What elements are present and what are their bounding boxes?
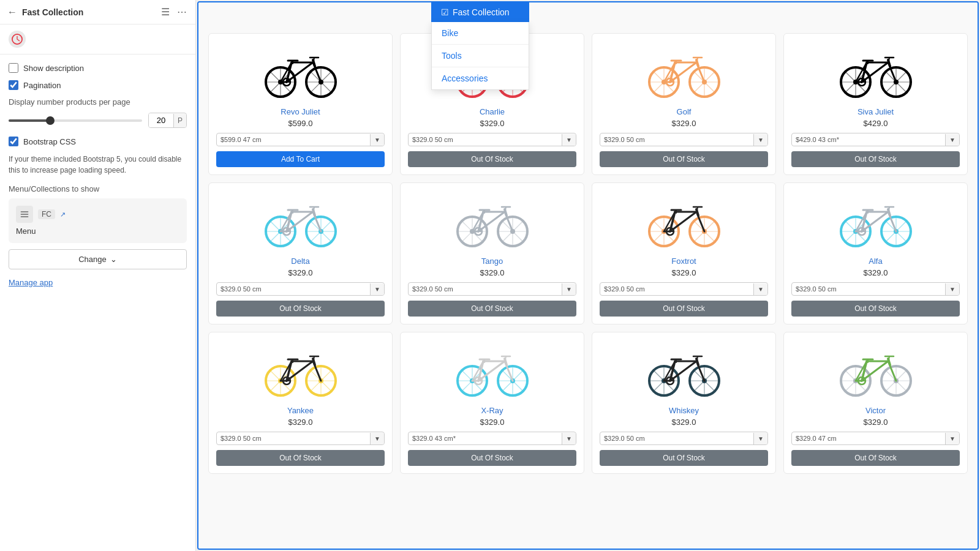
out-of-stock-button[interactable]: Out Of Stock (408, 151, 576, 167)
product-variant-select: $329.0 50 cm ▼ (600, 432, 768, 445)
product-name[interactable]: X-Ray (481, 406, 503, 415)
more-options-icon[interactable]: ⋯ (176, 5, 188, 19)
slider-thumb[interactable] (46, 116, 55, 125)
product-price: $329.0 (480, 119, 505, 128)
product-variant-select: $329.0 43 cm* ▼ (408, 432, 576, 445)
back-button[interactable]: ← (7, 7, 17, 18)
product-name[interactable]: Charlie (480, 107, 505, 116)
product-card: Delta $329.0 $329.0 50 cm ▼ Out Of Stock (208, 182, 393, 324)
variant-dropdown-arrow[interactable]: ▼ (370, 283, 384, 295)
out-of-stock-button[interactable]: Out Of Stock (408, 450, 576, 466)
bootstrap-info: If your theme included Bootstrap 5, you … (9, 154, 187, 176)
svg-line-174 (697, 207, 698, 211)
show-description-row: Show description (9, 63, 187, 73)
product-price: $329.0 (480, 268, 505, 277)
out-of-stock-button[interactable]: Out Of Stock (600, 301, 768, 317)
svg-rect-2 (21, 214, 29, 215)
product-price: $329.0 (288, 418, 313, 427)
product-card: Foxtrot $329.0 $329.0 50 cm ▼ Out Of Sto… (592, 182, 776, 324)
product-card: Yankee $329.0 $329.0 50 cm ▼ Out Of Stoc… (208, 332, 393, 474)
out-of-stock-button[interactable]: Out Of Stock (791, 151, 960, 167)
product-name[interactable]: Revo Juliet (281, 107, 320, 116)
variant-dropdown-arrow[interactable]: ▼ (945, 433, 959, 444)
product-grid: Revo Juliet $599.0 $599.0 47 cm ▼ Add To… (208, 33, 968, 474)
bootstrap-css-label[interactable]: Bootstrap CSS (23, 137, 76, 146)
bootstrap-css-checkbox[interactable] (9, 137, 18, 146)
product-name[interactable]: Alfa (869, 257, 882, 266)
external-link-icon[interactable]: ↗ (60, 211, 66, 219)
variant-dropdown-arrow[interactable]: ▼ (753, 283, 767, 295)
product-variant-select: $329.0 47 cm ▼ (791, 432, 960, 445)
out-of-stock-button[interactable]: Out Of Stock (600, 151, 768, 167)
show-description-checkbox[interactable] (9, 63, 18, 73)
product-variant-select: $329.0 50 cm ▼ (600, 282, 768, 296)
product-card: Siva Juliet $429.0 $429.0 43 cm* ▼ Out O… (783, 33, 968, 175)
nav-active-item[interactable]: ☑ Fast Collection (431, 2, 529, 22)
menu-card-row: FC ↗ (16, 206, 179, 223)
slider-fill (9, 119, 48, 122)
variant-dropdown-arrow[interactable]: ▼ (945, 283, 959, 295)
out-of-stock-button[interactable]: Out Of Stock (600, 450, 768, 466)
product-price: $429.0 (864, 119, 888, 128)
nav-item-bike[interactable]: Bike (432, 22, 529, 45)
product-name[interactable]: Victor (865, 406, 886, 415)
display-number-label: Display number products per page (9, 97, 187, 107)
out-of-stock-button[interactable]: Out Of Stock (216, 301, 385, 317)
variant-dropdown-arrow[interactable]: ▼ (370, 433, 384, 444)
variant-dropdown-arrow[interactable]: ▼ (562, 283, 576, 295)
brand-avatar (9, 31, 26, 48)
out-of-stock-button[interactable]: Out Of Stock (216, 450, 385, 466)
variant-dropdown-arrow[interactable]: ▼ (562, 433, 576, 444)
display-number-row: Display number products per page 20 P (9, 97, 187, 128)
product-variant-select: $429.0 43 cm* ▼ (791, 133, 960, 146)
svg-rect-3 (21, 216, 29, 217)
variant-dropdown-arrow[interactable]: ▼ (753, 134, 767, 146)
variant-dropdown-arrow[interactable]: ▼ (370, 134, 384, 146)
variant-value: $599.0 47 cm (217, 133, 370, 146)
product-name[interactable]: Yankee (287, 406, 314, 415)
menu-card-label: Menu (16, 227, 179, 236)
nav-dropdown: ☑ Fast Collection Bike Tools Accessories (431, 2, 529, 90)
out-of-stock-button[interactable]: Out Of Stock (791, 301, 960, 317)
product-image (833, 41, 919, 102)
nav-active-label: Fast Collection (453, 7, 510, 17)
menu-card: FC ↗ Menu (9, 198, 187, 243)
product-image (641, 190, 727, 252)
variant-dropdown-arrow[interactable]: ▼ (562, 134, 576, 146)
menu-tag: FC (38, 209, 55, 219)
add-to-cart-button[interactable]: Add To Cart (216, 151, 385, 167)
product-name[interactable]: Foxtrot (671, 257, 696, 266)
product-image (450, 340, 535, 401)
out-of-stock-button[interactable]: Out Of Stock (791, 450, 960, 466)
nav-item-tools[interactable]: Tools (432, 45, 529, 67)
show-description-label[interactable]: Show description (23, 64, 84, 73)
product-variant-select: $329.0 50 cm ▼ (408, 282, 576, 296)
slider-input-wrap: 20 P (148, 113, 187, 128)
variant-dropdown-arrow[interactable]: ▼ (753, 433, 767, 444)
pagination-checkbox[interactable] (9, 80, 18, 90)
product-name[interactable]: Tango (481, 257, 503, 266)
product-name[interactable]: Siva Juliet (858, 107, 894, 116)
bootstrap-css-row: Bootstrap CSS (9, 137, 187, 146)
variant-dropdown-arrow[interactable]: ▼ (945, 134, 959, 146)
database-icon[interactable]: ☰ (160, 5, 171, 19)
product-name[interactable]: Golf (677, 107, 692, 116)
products-per-page-input[interactable]: 20 (149, 113, 173, 127)
variant-value: $429.0 43 cm* (792, 133, 945, 146)
out-of-stock-button[interactable]: Out Of Stock (408, 301, 576, 317)
product-price: $329.0 (672, 268, 696, 277)
slider-track[interactable] (9, 119, 142, 122)
product-variant-select: $329.0 50 cm ▼ (216, 282, 385, 296)
change-button[interactable]: Change ⌄ (9, 249, 187, 269)
pagination-label[interactable]: Pagination (23, 81, 61, 90)
manage-app-link[interactable]: Manage app (9, 278, 53, 287)
product-name[interactable]: Whiskey (669, 406, 699, 415)
product-price: $329.0 (288, 268, 313, 277)
product-grid-area: Revo Juliet $599.0 $599.0 47 cm ▼ Add To… (198, 2, 978, 549)
product-price: $329.0 (864, 418, 888, 427)
product-image (258, 41, 344, 102)
product-price: $329.0 (672, 418, 696, 427)
nav-item-accessories[interactable]: Accessories (432, 67, 529, 89)
product-variant-select: $329.0 50 cm ▼ (600, 133, 768, 146)
product-name[interactable]: Delta (291, 257, 309, 266)
